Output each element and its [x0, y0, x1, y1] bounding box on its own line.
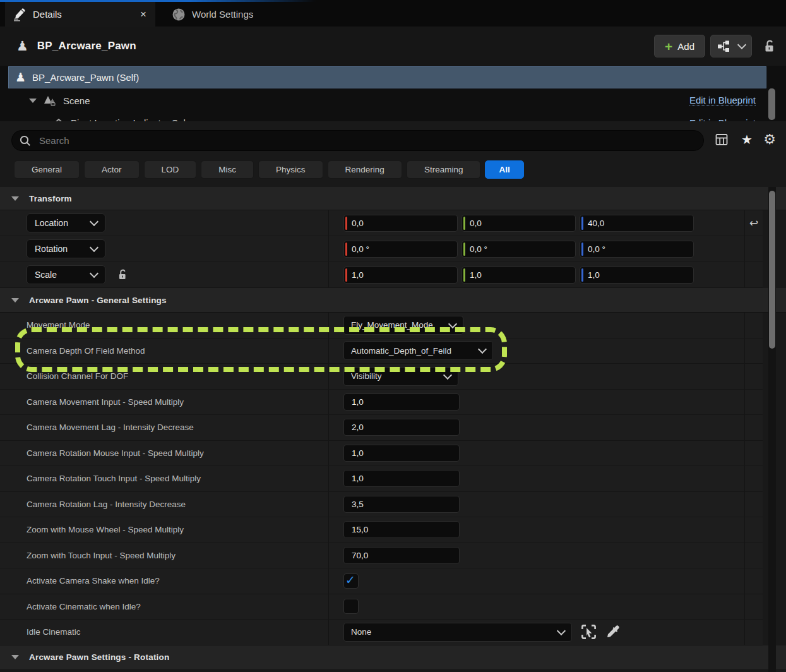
collapse-arrow-icon — [11, 655, 19, 659]
cam-rot-mouse-field[interactable]: 1,0 — [343, 445, 460, 462]
tree-item-self-label: BP_Arcware_Pawn (Self) — [32, 72, 139, 83]
chevron-down-icon — [448, 320, 457, 328]
tree-item-scene[interactable]: Scene Edit in Blueprint — [9, 90, 777, 111]
chevron-down-icon — [90, 243, 98, 252]
search-icon — [19, 135, 32, 147]
tab-details[interactable]: Details × — [5, 2, 155, 27]
tab-world-settings-label: World Settings — [192, 9, 253, 20]
scale-z-field[interactable]: 1,0 — [580, 267, 694, 284]
section-transform[interactable]: Transform — [0, 187, 786, 210]
cam-move-lag-field[interactable]: 2,0 — [343, 419, 460, 436]
details-header: ♟ BP_Arcware_Pawn + Add — [0, 27, 786, 66]
camera-shake-checkbox[interactable] — [343, 573, 359, 589]
location-x-field[interactable]: 0,0 — [343, 215, 458, 232]
gear-icon: ⚙ — [763, 131, 776, 148]
add-component-button[interactable]: + Add — [654, 35, 705, 57]
tree-scrollbar-thumb[interactable] — [768, 88, 775, 120]
tab-close-icon[interactable]: × — [140, 9, 146, 20]
scale-x-field[interactable]: 1,0 — [343, 267, 458, 284]
rotation-y-field[interactable]: 0,0 ° — [461, 241, 576, 258]
scene-component-icon — [43, 94, 57, 107]
page-title: BP_Arcware_Pawn — [37, 40, 136, 52]
scale-unlock-icon[interactable] — [116, 268, 129, 282]
chevron-down-icon — [478, 345, 487, 354]
scale-dropdown[interactable]: Scale — [27, 265, 105, 284]
filter-actor[interactable]: Actor — [84, 160, 140, 179]
rotation-z-field[interactable]: 0,0 ° — [580, 241, 694, 258]
search-input[interactable] — [38, 135, 703, 147]
rotation-dropdown[interactable]: Rotation — [27, 239, 105, 258]
row-collision-channel-dof: Collision Channel For DOF Visibility — [0, 364, 763, 390]
section-rotation-settings[interactable]: Arcware Pawn Settings - Rotation — [0, 645, 786, 670]
star-icon: ★ — [741, 132, 753, 147]
scale-y-field[interactable]: 1,0 — [461, 267, 576, 284]
search-row: ★ ⚙ — [0, 121, 786, 155]
settings-button[interactable]: ⚙ — [760, 130, 779, 149]
row-cam-rot-touch: Camera Rotation Touch Input - Speed Mult… — [0, 466, 763, 492]
dof-method-dropdown[interactable]: Automatic_Depth_of_Feild — [343, 341, 493, 360]
reset-to-default-icon[interactable]: ↩ — [749, 217, 758, 230]
filter-rendering[interactable]: Rendering — [328, 160, 402, 179]
row-location: Location 0,0 0,0 40,0 ↩ — [0, 210, 763, 236]
edit-in-blueprint-link[interactable]: Edit in Blueprint — [689, 95, 756, 106]
cam-rot-lag-field[interactable]: 3,5 — [343, 496, 460, 513]
collision-channel-dropdown[interactable]: Visibility — [343, 367, 458, 386]
chevron-down-icon — [557, 627, 566, 635]
chevron-down-icon — [443, 371, 452, 380]
filter-lod[interactable]: LOD — [144, 160, 197, 179]
filter-misc[interactable]: Misc — [201, 160, 254, 179]
row-camera-shake-idle: Activate Camera Shake when Idle? — [0, 568, 763, 594]
expand-arrow-icon[interactable] — [29, 99, 37, 103]
location-dropdown[interactable]: Location — [27, 213, 105, 232]
filter-general[interactable]: General — [14, 160, 80, 179]
tab-world-settings[interactable]: World Settings — [155, 2, 262, 27]
movement-mode-dropdown[interactable]: Fly_Movement_Mode — [343, 316, 463, 335]
filter-physics[interactable]: Physics — [258, 160, 323, 179]
component-tree: ♟ BP_Arcware_Pawn (Self) Scene Edit in B… — [0, 66, 786, 121]
filter-all[interactable]: All — [485, 160, 523, 179]
tab-details-label: Details — [33, 9, 62, 20]
tree-item-self[interactable]: ♟ BP_Arcware_Pawn (Self) — [9, 67, 766, 88]
favorites-button[interactable]: ★ — [737, 130, 756, 149]
row-zoom-mouse: Zoom with Mouse Wheel - Speed Multiply 1… — [0, 517, 763, 543]
plus-icon: + — [665, 40, 672, 53]
collapse-arrow-icon — [11, 298, 19, 303]
display-filter-button[interactable] — [712, 130, 731, 149]
eyedropper-icon[interactable] — [605, 624, 621, 640]
row-idle-cinematic: Idle Cinematic None — [0, 620, 763, 645]
zoom-mouse-field[interactable]: 15,0 — [343, 521, 460, 538]
filter-streaming[interactable]: Streaming — [407, 160, 481, 179]
property-grid: Transform Location 0,0 0,0 40,0 ↩ Rotati… — [0, 187, 786, 672]
unlock-icon[interactable] — [762, 39, 777, 54]
add-button-label: Add — [677, 41, 694, 52]
idle-cinematic-dropdown[interactable]: None — [343, 623, 572, 642]
row-cam-move-lag: Camera Movement Lag - Intensity Decrease… — [0, 415, 763, 441]
row-cam-move-input: Camera Movement Input - Speed Multiply 1… — [0, 390, 763, 416]
tab-bar: Details × World Settings — [0, 0, 786, 27]
grid-view-icon — [715, 133, 729, 147]
location-z-field[interactable]: 40,0 — [580, 215, 694, 232]
chevron-down-icon — [737, 40, 746, 49]
tree-item-clipped[interactable]: Pivot Location Indicator Sph Edit in Blu… — [9, 112, 777, 121]
blueprint-hierarchy-dropdown-button[interactable] — [710, 35, 752, 57]
hierarchy-icon — [717, 40, 734, 52]
main-scrollbar-thumb[interactable] — [769, 191, 775, 349]
section-general-settings[interactable]: Arcware Pawn - General Settings — [0, 288, 786, 313]
details-pencil-icon — [13, 8, 27, 21]
row-cam-rot-mouse: Camera Rotation Mouse Input - Speed Mult… — [0, 441, 763, 467]
cam-rot-touch-field[interactable]: 1,0 — [343, 470, 460, 487]
pawn-icon: ♟ — [15, 70, 26, 85]
collapse-arrow-icon — [11, 196, 19, 201]
rotation-x-field[interactable]: 0,0 ° — [343, 241, 458, 258]
chevron-down-icon — [90, 217, 98, 226]
row-cam-rot-lag: Camera Rotation Lag - Intensity Decrease… — [0, 492, 763, 518]
zoom-touch-field[interactable]: 70,0 — [343, 547, 460, 564]
cam-move-input-field[interactable]: 1,0 — [343, 393, 460, 411]
category-filter-bar: General Actor LOD Misc Physics Rendering… — [0, 155, 786, 187]
pawn-icon: ♟ — [16, 39, 28, 54]
search-field[interactable] — [11, 130, 704, 151]
row-scale: Scale 1,0 1,0 1,0 — [0, 262, 763, 288]
cinematic-idle-checkbox[interactable] — [343, 599, 359, 614]
use-selected-asset-icon[interactable] — [580, 623, 597, 640]
location-y-field[interactable]: 0,0 — [461, 215, 576, 232]
